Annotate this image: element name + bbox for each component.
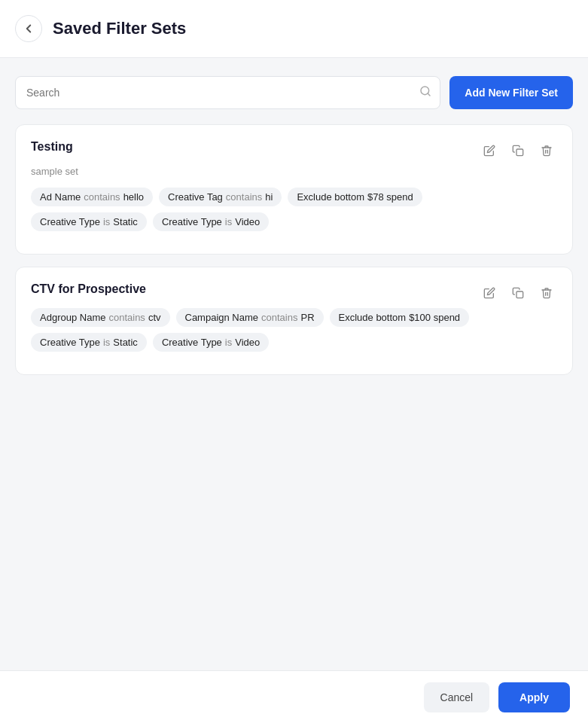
tags-row-2: Creative Type is StaticCreative Type is …	[31, 333, 557, 352]
back-button[interactable]	[15, 15, 42, 42]
filter-tag: Exclude bottom $100 spend	[330, 308, 470, 327]
card-actions	[479, 140, 557, 161]
search-icon	[419, 85, 431, 100]
filter-tag: Creative Type is Static	[31, 333, 147, 352]
search-row: Add New Filter Set	[15, 76, 573, 109]
card-title: CTV for Prospective	[31, 282, 146, 296]
filter-cards-container: Testingsample setAd Name contains helloC…	[15, 124, 573, 375]
filter-tag: Exclude bottom $78 spend	[288, 188, 422, 206]
svg-line-1	[428, 93, 430, 96]
apply-button[interactable]: Apply	[498, 682, 570, 712]
svg-rect-2	[516, 149, 523, 156]
card-header: Testing	[31, 140, 557, 161]
filter-tag: Ad Name contains hello	[31, 188, 153, 206]
delete-icon[interactable]	[536, 140, 557, 161]
page-title: Saved Filter Sets	[53, 19, 186, 38]
filter-tag: Campaign Name contains PR	[176, 308, 324, 327]
main-content: Add New Filter Set Testingsample setAd N…	[0, 58, 588, 405]
tags-row-2: Creative Type is StaticCreative Type is …	[31, 212, 557, 231]
delete-icon[interactable]	[536, 282, 557, 304]
edit-icon[interactable]	[479, 282, 500, 304]
search-wrapper	[15, 76, 440, 109]
tags-row-1: Adgroup Name contains ctvCampaign Name c…	[31, 308, 557, 327]
add-new-filter-set-button[interactable]: Add New Filter Set	[449, 76, 573, 109]
copy-icon[interactable]	[507, 140, 529, 161]
filter-tag: Adgroup Name contains ctv	[31, 308, 170, 327]
card-subtitle: sample set	[31, 166, 557, 177]
filter-tag: Creative Type is Video	[153, 333, 269, 352]
footer: Cancel Apply	[0, 670, 588, 723]
filter-card-ctv-for-prospective: CTV for ProspectiveAdgroup Name contains…	[15, 267, 573, 375]
edit-icon[interactable]	[479, 140, 500, 161]
card-title: Testing	[31, 140, 73, 154]
filter-tag: Creative Type is Video	[153, 212, 269, 231]
search-input[interactable]	[15, 76, 440, 109]
copy-icon[interactable]	[507, 282, 529, 304]
filter-card-testing: Testingsample setAd Name contains helloC…	[15, 124, 573, 255]
cancel-button[interactable]: Cancel	[424, 682, 490, 712]
filter-tag: Creative Tag contains hi	[159, 188, 282, 206]
filter-tag: Creative Type is Static	[31, 212, 147, 231]
tags-row-1: Ad Name contains helloCreative Tag conta…	[31, 188, 557, 206]
card-header: CTV for Prospective	[31, 282, 557, 304]
page-header: Saved Filter Sets	[0, 0, 588, 58]
svg-rect-3	[516, 291, 523, 298]
card-actions	[479, 282, 557, 304]
